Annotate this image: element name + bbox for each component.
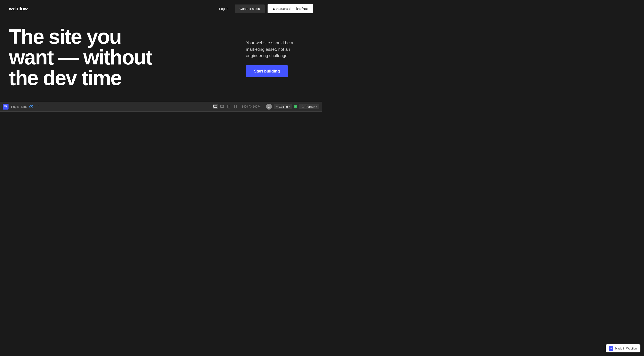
get-started-button[interactable]: Get started — it's free xyxy=(268,4,313,13)
navbar: webflow Log in Contact sales Get started… xyxy=(0,0,322,17)
webflow-editor-icon: W xyxy=(3,104,8,110)
hero-title-line2: want — without xyxy=(9,46,152,69)
contact-sales-button[interactable]: Contact sales xyxy=(234,5,265,13)
svg-rect-5 xyxy=(220,107,224,108)
hero-title-line3: the dev time xyxy=(9,66,121,89)
page-label: Page: Home xyxy=(11,105,27,108)
svg-rect-3 xyxy=(215,108,216,108)
hero-section: The site you want — without the dev time… xyxy=(0,17,322,88)
hero-right: Your website should be a marketing asset… xyxy=(246,40,313,77)
editing-label: Editing xyxy=(279,105,288,108)
desktop-icon[interactable] xyxy=(213,104,218,109)
start-building-button[interactable]: Start building xyxy=(246,65,288,77)
hero-title-line1: The site you xyxy=(9,25,121,48)
nav-right: Log in Contact sales Get started — it's … xyxy=(216,4,313,13)
publish-chevron-icon: ▾ xyxy=(316,105,317,108)
editor-toolbar: W Page: Home ⋮ xyxy=(0,102,322,112)
tablet-icon[interactable] xyxy=(226,104,232,109)
svg-point-1 xyxy=(31,106,32,107)
svg-point-9 xyxy=(235,108,236,108)
more-options-icon[interactable]: ⋮ xyxy=(36,105,40,109)
login-button[interactable]: Log in xyxy=(216,5,232,12)
device-icons xyxy=(213,104,238,109)
hero-subtitle: Your website should be a marketing asset… xyxy=(246,40,313,59)
hero-left: The site you want — without the dev time xyxy=(9,26,237,88)
laptop-icon[interactable] xyxy=(219,104,225,109)
publish-label: Publish xyxy=(306,105,315,108)
preview-eye-icon[interactable] xyxy=(29,104,34,109)
editing-badge[interactable]: ✏ Editing ▾ xyxy=(274,104,292,109)
logo: webflow xyxy=(9,6,28,12)
published-status-icon xyxy=(294,105,297,108)
mobile-icon[interactable] xyxy=(233,104,238,109)
publish-badge[interactable]: Publish ▾ xyxy=(299,104,319,109)
svg-rect-2 xyxy=(214,105,217,107)
pencil-icon: ✏ xyxy=(276,105,278,108)
user-avatar: 1 xyxy=(266,104,272,110)
svg-point-7 xyxy=(228,107,229,108)
editor-right-controls: 1 ✏ Editing ▾ Publish ▾ xyxy=(266,104,319,110)
px-label: 1404 PX 100 % xyxy=(242,105,260,108)
hero-title: The site you want — without the dev time xyxy=(9,26,193,88)
publish-icon xyxy=(302,105,304,108)
editing-chevron-icon: ▾ xyxy=(288,105,290,108)
svg-rect-4 xyxy=(220,105,224,107)
editor-section: W Page: Home ⋮ xyxy=(0,88,322,112)
